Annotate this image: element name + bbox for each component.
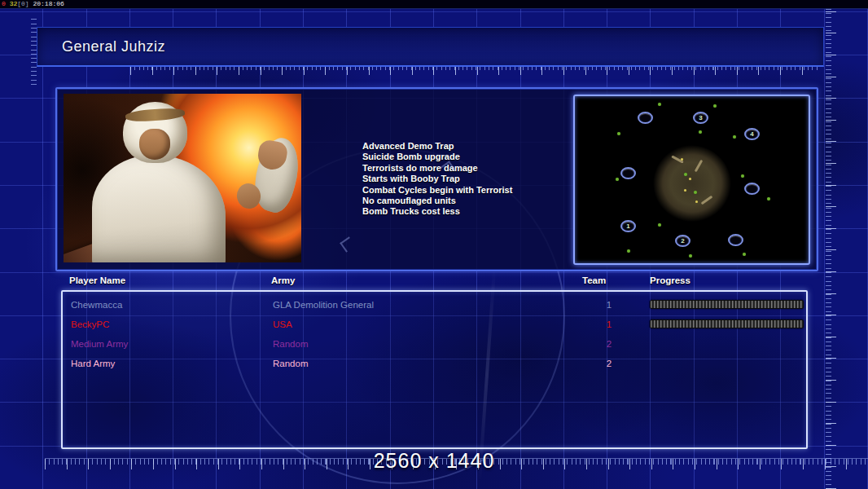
- map-dot: [616, 178, 619, 181]
- general-info-panel: Advanced Demo Trap Suicide Bomb upgrade …: [55, 87, 818, 271]
- player-name: Medium Army: [71, 339, 128, 349]
- player-table: Chewmacca GLA Demolition General 1 Becky…: [61, 290, 808, 449]
- face-shape: [139, 129, 170, 159]
- map-crater: [653, 145, 731, 222]
- progress-bar: [650, 300, 804, 309]
- progress-bar: [650, 319, 804, 328]
- resolution-label: 2560 x 1440: [0, 449, 868, 473]
- map-dot: [741, 174, 744, 178]
- spawn-marker-2: 2: [675, 235, 690, 247]
- player-army: GLA Demolition General: [273, 300, 374, 310]
- ability-item: No camouflaged units: [362, 196, 574, 206]
- ability-item: Bomb Trucks cost less: [362, 206, 574, 217]
- column-player-name: Player Name: [69, 275, 125, 285]
- general-portrait: [64, 94, 301, 262]
- player-team: 2: [603, 339, 615, 349]
- ability-item: Combat Cycles begin with Terrorist: [362, 185, 574, 196]
- spawn-marker: [620, 167, 636, 179]
- table-row: Chewmacca GLA Demolition General 1: [63, 296, 806, 315]
- debug-clock: 20:18:06: [33, 0, 64, 7]
- title-bar: General Juhziz: [37, 27, 824, 67]
- player-name: BeckyPC: [71, 319, 109, 329]
- ruler-left: [31, 18, 37, 85]
- map-preview: 3 4 1 2: [611, 99, 774, 261]
- spawn-marker-1: 1: [620, 220, 636, 232]
- debug-overlay: 0 32[0] 20:18:06: [0, 0, 868, 9]
- column-army: Army: [271, 275, 295, 285]
- player-name: Hard Army: [71, 359, 115, 368]
- spawn-marker: [728, 234, 743, 246]
- player-name: Chewmacca: [71, 300, 122, 310]
- map-dot: [713, 104, 717, 108]
- map-unit-dot: [689, 178, 691, 180]
- map-unit-dot: [694, 191, 697, 194]
- player-army: Random: [273, 359, 308, 368]
- map-unit-dot: [681, 158, 683, 161]
- debug-counter: 32: [10, 0, 18, 7]
- map-dot: [733, 135, 736, 139]
- ability-item: Terrorists do more damage: [362, 163, 574, 174]
- spawn-marker-3: 3: [693, 112, 708, 124]
- map-dot: [617, 132, 620, 135]
- debug-bracket: [0]: [17, 0, 28, 7]
- player-team: 1: [603, 319, 615, 329]
- table-row: Hard Army Random 2: [63, 355, 806, 374]
- spawn-marker: [638, 112, 653, 124]
- map-unit-dot: [684, 189, 686, 192]
- map-dot: [743, 253, 746, 256]
- spawn-marker: [744, 183, 760, 195]
- ability-item: Advanced Demo Trap: [362, 141, 574, 152]
- player-table-header: Player Name Army Team Progress: [0, 275, 868, 289]
- map-dot: [658, 103, 661, 106]
- table-row: Medium Army Random 2: [63, 335, 806, 355]
- player-army: USA: [273, 319, 292, 329]
- map-dot: [689, 254, 692, 258]
- spawn-marker-4: 4: [744, 128, 760, 140]
- player-army: Random: [273, 339, 308, 349]
- map-dot: [658, 223, 661, 227]
- table-row: BeckyPC USA 1: [63, 315, 806, 335]
- ruler-right-major: [826, 0, 836, 489]
- page-title: General Juhziz: [62, 28, 165, 66]
- player-team: 1: [603, 300, 615, 310]
- map-preview-frame: 3 4 1 2: [573, 95, 810, 265]
- column-progress: Progress: [650, 275, 690, 285]
- column-team: Team: [582, 275, 606, 285]
- ability-item: Suicide Bomb upgrade: [362, 152, 574, 162]
- abilities-list: Advanced Demo Trap Suicide Bomb upgrade …: [362, 141, 574, 218]
- debug-fps: 0: [2, 0, 6, 7]
- ability-item: Starts with Booby Trap: [362, 174, 574, 184]
- map-unit-dot: [695, 200, 698, 203]
- map-unit-dot: [684, 173, 687, 176]
- map-dot: [627, 249, 630, 253]
- robe-shape: [92, 155, 226, 262]
- map-dot: [767, 197, 770, 200]
- loading-screen: 0 32[0] 20:18:06 General Juhziz Advanced…: [0, 0, 868, 489]
- map-dot: [699, 130, 702, 134]
- player-team: 2: [603, 359, 615, 368]
